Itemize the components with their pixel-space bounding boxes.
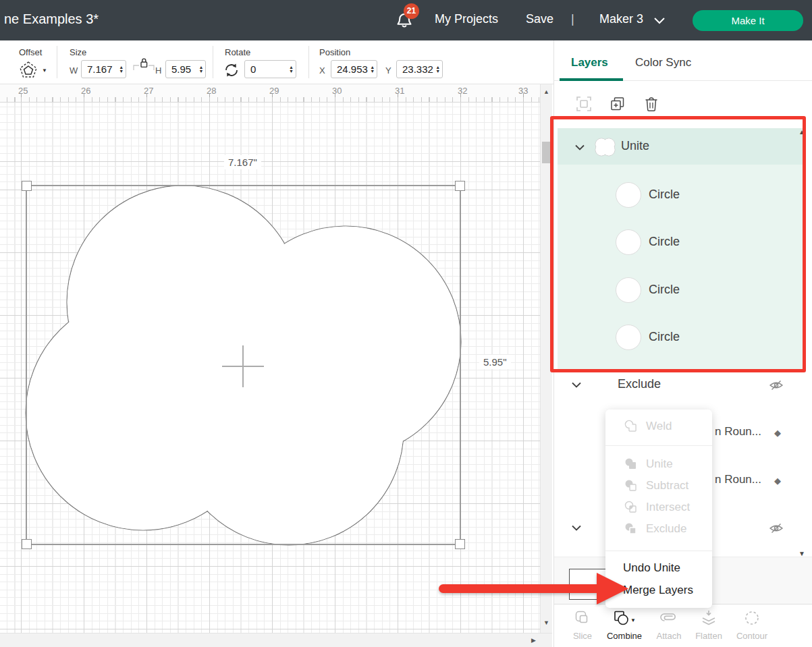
collapse-chevron-icon[interactable]: [572, 382, 581, 388]
stepper-down-icon[interactable]: ▼: [370, 69, 375, 74]
layer-actions-toolbar: Slice ▼ Combine Attach Fla: [554, 604, 812, 647]
layer-label[interactable]: Circle: [649, 188, 680, 202]
combine-caret-icon: ▼: [630, 617, 636, 623]
flatten-button[interactable]: Flatten: [687, 609, 730, 641]
select-all-icon[interactable]: [576, 96, 591, 111]
diamond-color-swatch-icon[interactable]: ◆: [774, 476, 781, 486]
scroll-up-icon[interactable]: ▲: [543, 88, 549, 95]
rotate-label: Rotate: [225, 47, 250, 57]
menu-divider: [605, 445, 712, 446]
layer-label[interactable]: Circle: [649, 283, 680, 297]
layer-label[interactable]: Circle: [649, 330, 680, 344]
header-divider: |: [571, 12, 574, 26]
menu-item-undo-unite[interactable]: Undo Unite: [605, 559, 712, 579]
tab-color-sync[interactable]: Color Sync: [635, 56, 691, 69]
y-input-group: ▲ ▼: [396, 60, 443, 78]
exclude-icon: [624, 522, 638, 536]
trash-icon[interactable]: [644, 96, 659, 111]
stepper-down-icon[interactable]: ▼: [289, 69, 294, 74]
menu-item-merge-layers[interactable]: Merge Layers: [605, 581, 712, 601]
unite-icon: [624, 457, 638, 471]
merge-layers-label: Merge Layers: [623, 584, 693, 597]
menu-item-subtract[interactable]: Subtract: [605, 476, 712, 497]
exclude-label: Exclude: [646, 522, 686, 536]
toolbar-divider: [213, 46, 213, 78]
x-input-group: ▲ ▼: [331, 60, 377, 78]
menu-item-exclude[interactable]: Exclude: [605, 519, 712, 540]
combine-dropdown-menu: Weld Unite Subtract Intersect: [605, 410, 712, 608]
height-input-group: ▲ ▼: [165, 60, 206, 78]
slice-icon: [574, 609, 591, 627]
stepper-down-icon[interactable]: ▼: [435, 69, 440, 74]
vertical-scrollbar-thumb[interactable]: [542, 142, 551, 163]
visibility-hidden-icon[interactable]: [769, 379, 784, 391]
slice-label: Slice: [561, 631, 604, 641]
x-field-label: X: [319, 65, 325, 76]
size-lock-icon[interactable]: [132, 56, 155, 71]
contour-button[interactable]: Contour: [730, 609, 774, 641]
width-input[interactable]: [82, 61, 117, 78]
cricut-design-space: ne Examples 3* 21 My Projects Save | Mak…: [0, 0, 812, 647]
stepper-down-icon[interactable]: ▼: [119, 69, 124, 74]
unite-group-label[interactable]: Unite: [621, 139, 649, 153]
width-stepper[interactable]: ▲ ▼: [117, 61, 126, 78]
diamond-color-swatch-icon[interactable]: ◆: [774, 428, 781, 438]
hidden-layer-label[interactable]: n Roun...: [715, 473, 763, 486]
height-input[interactable]: [166, 61, 197, 78]
offset-icon[interactable]: [19, 61, 38, 78]
canvas-vertical-scrollbar[interactable]: ▲ ▼: [540, 84, 552, 633]
menu-item-intersect[interactable]: Intersect: [605, 498, 712, 518]
hidden-layer-label[interactable]: n Roun...: [715, 425, 763, 439]
make-it-button[interactable]: Make It: [693, 10, 803, 31]
unite-group-header[interactable]: Unite: [558, 128, 806, 165]
my-projects-link[interactable]: My Projects: [435, 12, 498, 26]
rotate-icon[interactable]: [223, 62, 240, 78]
combine-button[interactable]: ▼ Combine: [603, 609, 646, 641]
position-label: Position: [319, 47, 350, 57]
attach-button[interactable]: Attach: [647, 609, 691, 641]
intersect-label: Intersect: [646, 501, 690, 514]
layer-label[interactable]: Circle: [649, 235, 680, 249]
x-stepper[interactable]: ▲ ▼: [368, 61, 377, 78]
selection-bounding-box[interactable]: [26, 185, 461, 545]
combine-icon: [613, 609, 630, 627]
y-stepper[interactable]: ▲ ▼: [433, 61, 442, 78]
notification-badge: 21: [404, 3, 419, 19]
canvas-horizontal-scrollbar[interactable]: ▶: [0, 633, 552, 647]
rotate-input[interactable]: [245, 61, 287, 78]
weld-icon: [624, 420, 638, 433]
scroll-down-icon[interactable]: ▼: [543, 619, 549, 626]
rotate-stepper[interactable]: ▲ ▼: [287, 61, 296, 78]
scroll-right-icon[interactable]: ▶: [531, 637, 536, 644]
slice-button[interactable]: Slice: [561, 609, 604, 641]
toolbar-divider: [308, 46, 309, 78]
resize-handle-top-left[interactable]: [22, 181, 32, 191]
height-dimension-label: 5.95": [479, 355, 511, 369]
collapse-chevron-icon[interactable]: [572, 525, 581, 531]
collapse-chevron-icon[interactable]: [575, 144, 585, 150]
y-field-label: Y: [385, 65, 391, 76]
flatten-label: Flatten: [687, 631, 730, 641]
height-stepper[interactable]: ▲ ▼: [197, 61, 205, 78]
duplicate-icon[interactable]: [610, 96, 625, 111]
resize-handle-bottom-left[interactable]: [22, 539, 32, 549]
menu-item-unite[interactable]: Unite: [605, 455, 712, 475]
circle-thumbnail: [616, 325, 641, 350]
exclude-group-label[interactable]: Exclude: [618, 377, 661, 391]
menu-item-weld[interactable]: Weld: [605, 417, 712, 437]
tab-layers[interactable]: Layers: [571, 56, 608, 69]
width-field-label: W: [70, 65, 78, 76]
menu-divider: [605, 551, 712, 551]
offset-caret-icon[interactable]: ▼: [42, 67, 47, 74]
save-link[interactable]: Save: [526, 12, 553, 26]
panel-scroll-up-icon[interactable]: ▲: [799, 128, 805, 136]
resize-handle-top-right[interactable]: [455, 181, 465, 191]
design-canvas[interactable]: 25 26 27 28 29 30 31 32 33: [0, 84, 540, 646]
machine-selector[interactable]: Maker 3: [599, 12, 643, 26]
chevron-down-icon[interactable]: [653, 16, 666, 25]
y-position-input[interactable]: [397, 61, 433, 78]
visibility-hidden-icon[interactable]: [769, 522, 784, 534]
stepper-down-icon[interactable]: ▼: [198, 69, 203, 74]
x-position-input[interactable]: [331, 61, 368, 78]
resize-handle-bottom-right[interactable]: [455, 539, 465, 549]
